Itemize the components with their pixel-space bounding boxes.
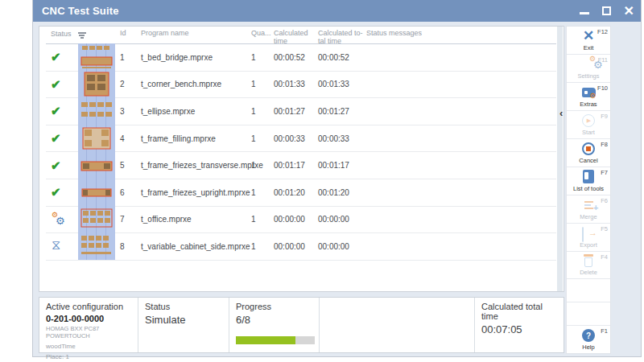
status-footer-panel: Active configuration 0-201-00-0000 HOMAG… <box>39 297 564 353</box>
status-ok-icon <box>51 131 65 146</box>
sidebar-button-cancel[interactable]: F8 Cancel <box>567 139 610 167</box>
row-calculated-total-time: 00:00:00 <box>318 215 366 224</box>
column-header-status-messages[interactable]: Status messages <box>366 30 556 38</box>
close-icon[interactable]: ✕ <box>624 5 634 18</box>
progress-label: Progress <box>236 302 312 311</box>
program-preview-thumbnail <box>78 71 115 98</box>
export-icon: → <box>582 226 595 241</box>
column-header-program-name[interactable]: Program name <box>141 30 251 38</box>
program-preview-thumbnail <box>78 232 115 260</box>
row-quantity: 1 <box>251 242 274 251</box>
filter-icon[interactable] <box>78 32 86 39</box>
table-row[interactable]: 4t_frame_filling.mprxe100:00:3300:00:33 <box>46 125 556 153</box>
list-of-tools-icon <box>583 170 594 184</box>
sidebar-button-settings[interactable]: F11 ⚙⚙ Settings <box>567 55 610 83</box>
app-window: CNC Test Suite ✕ Status Id Program name … <box>32 0 642 357</box>
row-id: 7 <box>117 215 141 224</box>
active-configuration-label: Active configuration <box>46 302 131 311</box>
row-program-name: t_frame_friezes_upright.mprxe <box>141 188 251 197</box>
exit-icon: ✕ <box>583 29 594 43</box>
table-row[interactable]: 7t_office.mprxe100:00:0000:00:00 <box>46 207 556 234</box>
sidebar-button-list-of-tools[interactable]: F7 List of tools <box>567 167 610 195</box>
table-row[interactable]: 8t_variable_cabinet_side.mprxe100:00:000… <box>46 233 556 261</box>
row-id: 6 <box>117 188 141 197</box>
column-header-calculated-total-time[interactable]: Calculated to- tal time <box>318 30 366 46</box>
delete-icon <box>584 253 593 268</box>
sidebar-button-export[interactable]: F5 → Export <box>567 224 610 252</box>
row-program-name: t_bed_bridge.mprxe <box>141 53 251 62</box>
row-id: 4 <box>117 134 141 143</box>
row-id: 8 <box>117 242 141 251</box>
row-id: 5 <box>117 161 141 170</box>
column-header-calculated-time[interactable]: Calculated time <box>274 30 318 46</box>
column-header-status[interactable]: Status <box>46 30 78 39</box>
program-preview-thumbnail <box>78 43 115 71</box>
table-row[interactable]: 5t_frame_friezes_transverse.mprxe100:01:… <box>46 152 556 179</box>
minimize-icon[interactable] <box>580 12 589 14</box>
sidebar-button-exit[interactable]: F12 ✕ Exit <box>567 27 610 55</box>
progress-bar <box>236 336 315 344</box>
row-calculated-total-time: 00:00:33 <box>318 134 366 143</box>
row-quantity: 1 <box>251 161 274 170</box>
table-row[interactable]: 3t_ellipse.mprxe100:01:2700:01:27 <box>46 98 556 125</box>
calculated-total-time-cell: Calculated total time 00:07:05 <box>475 298 564 352</box>
status-ok-icon <box>51 77 65 92</box>
software-name: woodTime <box>46 343 131 350</box>
help-icon: ? <box>582 328 595 343</box>
program-preview-thumbnail <box>78 179 115 206</box>
app-body: Status Id Program name Qua... Calculated… <box>33 22 641 357</box>
sidebar-button-merge[interactable]: F6 + Merge <box>567 195 610 224</box>
row-id: 3 <box>117 107 141 116</box>
table-row[interactable]: 2t_corner_bench.mprxe100:01:3300:01:33 <box>46 72 556 99</box>
row-calculated-time: 00:01:27 <box>274 107 318 116</box>
row-program-name: t_ellipse.mprxe <box>141 107 251 116</box>
sidebar-button-extras[interactable]: F10 ⚙ Extras <box>567 83 610 111</box>
row-calculated-time: 00:00:00 <box>274 215 318 224</box>
row-quantity: 1 <box>251 188 274 197</box>
row-id: 1 <box>117 53 141 62</box>
cancel-icon <box>582 142 595 156</box>
status-value: Simulate <box>145 314 222 326</box>
row-calculated-time: 00:01:33 <box>274 80 318 88</box>
status-ok-icon <box>51 104 65 118</box>
progress-cell: Progress 6/8 <box>229 298 320 352</box>
row-id: 2 <box>117 80 141 88</box>
table-row[interactable]: 6t_frame_friezes_upright.mprxe100:01:200… <box>46 179 556 207</box>
row-quantity: 1 <box>251 53 274 62</box>
status-processing-icon <box>51 212 65 227</box>
sidebar-button-help[interactable]: F1 ? Help <box>567 326 610 353</box>
row-calculated-total-time: 00:01:20 <box>318 188 366 197</box>
row-calculated-time: 00:01:20 <box>274 188 318 197</box>
program-table-panel: Status Id Program name Qua... Calculated… <box>39 26 564 292</box>
program-preview-thumbnail <box>78 125 115 152</box>
place-value: Place: 1 <box>46 353 131 360</box>
table-row[interactable]: 1t_bed_bridge.mprxe100:00:5200:00:52 <box>46 44 556 72</box>
status-label: Status <box>145 302 222 311</box>
sidebar-empty-slot-f3 <box>567 279 610 302</box>
progress-count: 6/8 <box>236 314 312 326</box>
machine-name: HOMAG BXX PC87 POWERTOUCH <box>46 325 131 339</box>
sidebar-button-delete[interactable]: F4 Delete <box>567 252 610 280</box>
program-preview-thumbnail <box>78 206 115 233</box>
titlebar: CNC Test Suite ✕ <box>33 0 641 22</box>
content-column: Status Id Program name Qua... Calculated… <box>39 26 564 354</box>
sidebar-button-start[interactable]: F9 ▶ Start <box>567 111 610 139</box>
table-body: 1t_bed_bridge.mprxe100:00:5200:00:522t_c… <box>46 44 556 261</box>
window-controls: ✕ <box>580 5 634 18</box>
column-header-quantity[interactable]: Qua... <box>251 30 274 38</box>
row-calculated-time: 00:01:17 <box>274 161 318 170</box>
row-quantity: 1 <box>251 215 274 224</box>
row-calculated-total-time: 00:01:33 <box>318 80 366 88</box>
status-waiting-icon <box>51 239 65 253</box>
row-calculated-total-time: 00:01:17 <box>318 161 366 170</box>
program-preview-thumbnail <box>78 97 115 125</box>
vertical-scrollbar[interactable] <box>557 27 563 291</box>
row-program-name: t_frame_friezes_transverse.mprxe <box>141 161 251 170</box>
function-key-sidebar: ‹ F12 ✕ Exit F11 ⚙⚙ Settings F10 ⚙ Extra… <box>566 26 611 354</box>
row-calculated-total-time: 00:01:27 <box>318 107 366 116</box>
row-calculated-total-time: 00:00:00 <box>318 242 366 251</box>
column-header-id[interactable]: Id <box>117 30 141 38</box>
maximize-icon[interactable] <box>602 6 611 15</box>
row-program-name: t_corner_bench.mprxe <box>141 80 251 88</box>
sidebar-collapse-chevron-icon[interactable]: ‹ <box>559 107 563 119</box>
